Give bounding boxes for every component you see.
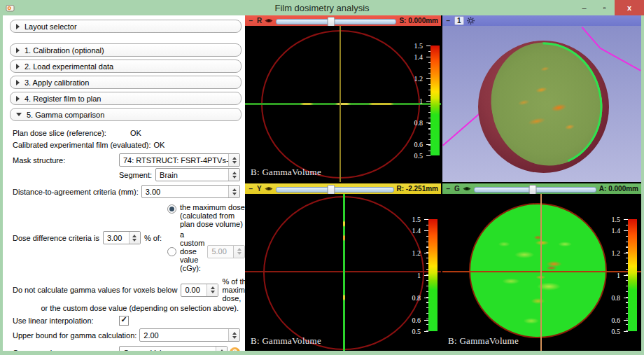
section-calibration[interactable]: 1. Calibration (optional) xyxy=(10,43,241,57)
section-load-experimental-data[interactable]: 2. Load experimental data xyxy=(10,60,241,73)
minimize-button[interactable]: – xyxy=(574,0,594,15)
custom-dose-value: 5.00 xyxy=(208,247,233,256)
slider-handle[interactable] xyxy=(328,185,335,195)
chevron-right-icon xyxy=(16,80,20,85)
chevron-right-icon xyxy=(16,96,20,102)
upper-bound-value: 2.00 xyxy=(140,331,228,340)
colorbar-tick-label: 0.5 xyxy=(412,328,421,335)
window-titlebar: Film dosimetry analysis – ▫ x xyxy=(0,0,644,15)
green-slice-view[interactable]: 1.51.41.210.80.60.5 B: GammaVolume xyxy=(442,194,641,351)
spin-arrows-icon[interactable] xyxy=(129,232,140,244)
colorbar-tick-label: 0.6 xyxy=(612,316,621,324)
colorbar-tick-label: 0.8 xyxy=(414,118,424,126)
spin-arrows-icon[interactable] xyxy=(206,284,218,296)
interpolation-label: Use linear interpolation: xyxy=(13,316,119,325)
segment-select[interactable]: Brain xyxy=(155,168,240,181)
gamma-colorbar: 1.51.41.210.80.60.5 xyxy=(594,219,637,331)
interpolation-checkbox[interactable] xyxy=(119,316,129,326)
colorbar-tick-label: 1.2 xyxy=(412,249,421,257)
pin-icon[interactable]: − xyxy=(445,186,451,192)
slice-offset-slider[interactable] xyxy=(276,17,396,25)
combo-arrows-icon[interactable] xyxy=(216,347,227,351)
slice-offset-value: S: 0.000mm xyxy=(399,17,438,25)
film-status: OK xyxy=(153,141,164,149)
colorbar-tick-label: 1.4 xyxy=(412,227,421,235)
custom-dose-radio-label: a custom dose value (cGy): xyxy=(180,230,204,272)
dta-spinbox[interactable]: 3.00 xyxy=(141,185,240,198)
max-dose-radio-label: the maximum dose (calculated from plan d… xyxy=(180,203,245,228)
colorbar-tick-label: 0.5 xyxy=(414,152,424,160)
window-title: Film dosimetry analysis xyxy=(0,3,644,13)
colorbar-tick-label: 1.5 xyxy=(414,42,424,50)
section-label: 1. Calibration (optional) xyxy=(24,46,104,55)
colorbar-tick-label: 0.5 xyxy=(612,328,621,335)
view-label-r: R xyxy=(257,17,262,25)
section-register-film[interactable]: 4. Register film to plan xyxy=(10,92,241,105)
threed-view[interactable] xyxy=(442,26,641,182)
chevron-right-icon xyxy=(16,48,20,53)
gamma-volume-value: GammaVolume xyxy=(120,349,216,351)
colorbar-tick-label: 1 xyxy=(419,97,423,104)
custom-dose-spinbox[interactable]: 5.00 xyxy=(207,245,245,258)
section-apply-calibration[interactable]: 3. Apply calibration xyxy=(10,76,241,89)
yellow-slice-view[interactable]: 1.51.41.210.80.60.5 B: GammaVolume xyxy=(245,194,441,351)
colorbar-tick-label: 1.4 xyxy=(612,227,621,235)
colorbar-tick-label: 1 xyxy=(617,272,620,279)
view-label-1: 1 xyxy=(454,16,464,25)
dose-diff-suffix: % of: xyxy=(144,234,162,242)
colorbar-tick-label: 0.6 xyxy=(412,316,421,324)
help-icon[interactable]: ? xyxy=(230,347,240,351)
eye-icon[interactable] xyxy=(463,186,471,192)
pin-icon[interactable]: − xyxy=(248,18,254,24)
module-panel: Layout selector 1. Calibration (optional… xyxy=(3,15,245,351)
mask-structure-value: 74: RTSTRUCT: FSRT-4PTVs-Film xyxy=(120,156,228,165)
slider-handle[interactable] xyxy=(328,17,335,27)
slice-offset-value: A: 0.000mm xyxy=(599,185,638,193)
threed-viewport: − 1 xyxy=(442,15,641,182)
upper-bound-spinbox[interactable]: 2.00 xyxy=(139,328,240,342)
eye-icon[interactable] xyxy=(265,18,273,24)
slice-offset-slider[interactable] xyxy=(276,185,394,193)
colorbar-tick-label: 1.2 xyxy=(612,249,621,257)
view-label-g: G xyxy=(454,185,460,193)
close-button[interactable]: x xyxy=(615,0,644,15)
spin-arrows-icon[interactable] xyxy=(228,329,239,341)
gear-icon[interactable] xyxy=(467,17,475,25)
red-slice-view[interactable]: 1.51.41.210.80.60.5 B: GammaVolume xyxy=(245,26,441,182)
green-slice-viewport: − G A: 0.000mm 1.51.41.210.80.60.5 B: Ga… xyxy=(442,183,641,351)
red-slice-controller: − R S: 0.000mm xyxy=(245,15,441,26)
viewport-grid: − R S: 0.000mm 1.51.41.210.80.60.5 B: Ga… xyxy=(245,15,641,351)
section-label: 2. Load experimental data xyxy=(24,62,113,71)
colorbar-tick-label: 1.4 xyxy=(414,53,424,60)
colorbar-tick-label: 0.8 xyxy=(612,294,621,302)
section-label: 5. Gamma comparison xyxy=(27,111,104,119)
max-dose-radio[interactable] xyxy=(167,204,176,214)
gamma-volume-select[interactable]: GammaVolume xyxy=(119,346,227,351)
threshold-label: Do not calculate gamma values for voxels… xyxy=(13,286,177,294)
colorbar-tick-label: 1.5 xyxy=(412,216,421,223)
slice-offset-slider[interactable] xyxy=(474,185,596,193)
colorbar-tick-label: 1 xyxy=(417,272,421,279)
dose-diff-spinbox[interactable]: 3.00 xyxy=(103,231,141,244)
corner-annotation: B: GammaVolume xyxy=(251,335,321,347)
combo-arrows-icon[interactable] xyxy=(228,169,239,181)
pin-icon[interactable]: − xyxy=(445,18,451,24)
custom-dose-radio[interactable] xyxy=(167,247,176,256)
yellow-slice-controller: − Y R: -2.251mm xyxy=(245,183,441,194)
dose-diff-value: 3.00 xyxy=(104,234,129,242)
threed-view-controller: − 1 xyxy=(442,15,641,26)
spin-arrows-icon[interactable] xyxy=(228,186,239,197)
section-layout-selector[interactable]: Layout selector xyxy=(10,20,241,33)
eye-icon[interactable] xyxy=(265,186,273,192)
colorbar-tick-label: 1.5 xyxy=(612,216,621,223)
section-gamma-comparison[interactable]: 5. Gamma comparison xyxy=(10,108,241,121)
slider-handle[interactable] xyxy=(528,185,536,195)
slider-groove xyxy=(276,19,396,25)
maximize-button[interactable]: ▫ xyxy=(594,0,615,15)
segment-value: Brain xyxy=(156,171,228,179)
spin-arrows-icon xyxy=(233,246,244,258)
pin-icon[interactable]: − xyxy=(248,186,254,192)
combo-arrows-icon[interactable] xyxy=(228,154,239,166)
mask-structure-select[interactable]: 74: RTSTRUCT: FSRT-4PTVs-Film xyxy=(119,153,240,167)
threshold-spinbox[interactable]: 0.00 xyxy=(181,284,218,297)
